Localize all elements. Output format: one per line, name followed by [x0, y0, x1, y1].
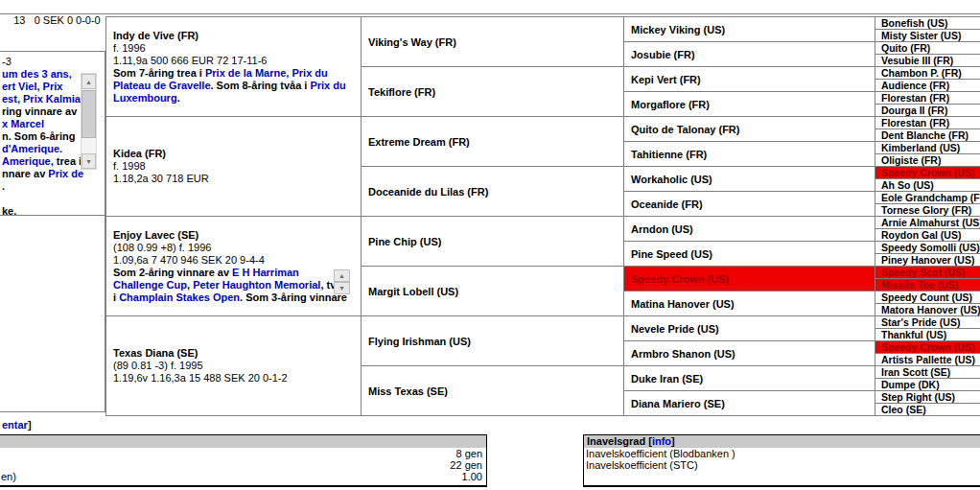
pedigree-cell-gen5-1: Misty Sister (US) — [875, 29, 980, 41]
scrollbar-thumb[interactable] — [82, 90, 96, 138]
comment-line: . — [2, 180, 5, 193]
add-comment-link[interactable]: entar] — [2, 419, 32, 431]
inbreeding-row-blodbanken: Inavelskoefficient (Blodbanken ) — [584, 448, 980, 459]
race-link[interactable]: Prix de la Marne, Prix du — [205, 67, 328, 79]
race-link[interactable]: est, Prix Kalmia, — [2, 93, 83, 105]
horse-name: Chambon P. (FR) — [881, 67, 962, 79]
inbreeding-label: Inavelskoefficient (Blodbanken ) — [586, 448, 735, 459]
scrollbar-down-button[interactable]: ▼ — [82, 153, 96, 169]
horse-name: Speedy Crown (US) — [881, 167, 974, 178]
horse-name: Oceanide (FR) — [631, 198, 703, 210]
pedigree-cell-gen5-7: Dourga II (FR) — [875, 104, 980, 116]
race-link[interactable]: Peter Haughton Memorial — [193, 279, 320, 291]
horse-name: Mickey Viking (US) — [631, 24, 725, 35]
pedigree-cell-gen4-8: Arndon (US) — [623, 216, 875, 241]
comment-text: n. Som 6-åring — [2, 130, 75, 142]
pedigree-cell-gen5-9: Dent Blanche (FR) — [875, 128, 980, 141]
comment-line: x Marcel — [2, 118, 44, 130]
horse-name: Star's Pride (US) — [881, 316, 960, 328]
info-link[interactable]: info — [652, 435, 671, 447]
summary-row: 22 gen — [0, 459, 486, 471]
pedigree-cell-gen5-23: Matora Hanover (US) — [875, 303, 980, 315]
comment-text: nnare av — [2, 168, 48, 179]
horse-name: Matina Hanover (US) — [631, 298, 735, 310]
pedigree-cell-gen4-1: Josubie (FR) — [623, 41, 875, 66]
horse-name: Speedy Somolli (US) — [881, 242, 980, 253]
add-comment-bracket: ] — [28, 419, 32, 431]
race-link[interactable]: Luxembourg — [113, 92, 177, 104]
pedigree-cell-gen5-31: Cleo (SE) — [875, 403, 980, 415]
inbreeding-box: Inavelsgrad [info] Inavelskoefficient (B… — [583, 434, 980, 487]
cell-scroll-up-button[interactable]: ▲ — [334, 269, 350, 282]
horse-name: Flying Irishman (US) — [368, 336, 471, 347]
pedigree-cell-gen2-1: Kidea (FR)f. 19981.18,2a 30 718 EUR — [105, 116, 361, 216]
comment-text: trea i — [54, 155, 82, 167]
pedigree-cell-gen5-3: Vesubie III (FR) — [875, 54, 980, 66]
race-link[interactable]: d'Amerique. — [2, 143, 62, 154]
horse-name: Margit Lobell (US) — [368, 286, 458, 297]
pedigree-cell-gen5-18: Speedy Somolli (US) — [875, 241, 980, 253]
horse-name: Iran Scott (SE) — [881, 366, 950, 378]
summary-row: 8 gen — [0, 448, 486, 459]
horse-name: Arnie Almahurst (US) — [881, 217, 980, 228]
horse-name: Tekiflore (FR) — [368, 86, 435, 98]
race-link[interactable]: ert Viel, Prix — [2, 81, 62, 92]
pedigree-cell-gen3-0: Viking's Way (FR) — [361, 16, 623, 66]
race-link[interactable]: Plateau de Gravelle — [113, 80, 211, 91]
horse-name: Missile Toe (US) — [881, 279, 958, 291]
pedigree-cell-gen5-27: Artists Pallette (US) — [875, 353, 980, 365]
pedigree-cell-gen5-26: Speedy Crown (US) — [875, 340, 980, 353]
pedigree-cell-gen4-5: Tahitienne (FR) — [623, 141, 875, 166]
pedigree-cell-gen4-0: Mickey Viking (US) — [623, 16, 875, 41]
generation-summary-box: 8 gen22 genen)1.00 — [0, 434, 487, 487]
horse-record-line: 1.11,9a 500 666 EUR 72 17-11-6 — [113, 55, 267, 67]
pedigree-cell-gen2-2: Enjoy Lavec (SE)(108 0.99 +8) f. 19961.0… — [105, 216, 361, 315]
horse-record-line: 1.09,6a 7 470 946 SEK 20 9-4-4 — [113, 254, 265, 267]
pedigree-cell-gen3-5: Margit Lobell (US) — [361, 266, 623, 315]
horse-name: Diana Mariero (SE) — [631, 398, 725, 409]
pedigree-cell-gen4-4: Quito de Talonay (FR) — [623, 116, 875, 141]
pedigree-cell-gen2-0: Indy de Vive (FR)f. 19961.11,9a 500 666 … — [105, 16, 361, 116]
horse-description-line: Plateau de Gravelle. Som 8-åring tvåa i … — [113, 80, 346, 92]
horse-name: Florestan (FR) — [881, 92, 949, 104]
race-link[interactable]: um des 3 ans, — [2, 68, 72, 80]
pedigree-cell-gen5-12: Speedy Crown (US) — [875, 166, 980, 178]
pedigree-cell-gen5-22: Speedy Count (US) — [875, 291, 980, 303]
race-link[interactable]: Amerique, — [2, 155, 54, 167]
pedigree-cell-gen3-2: Extreme Dream (FR) — [361, 116, 623, 166]
horse-name: Indy de Vive (FR) — [113, 30, 198, 42]
pedigree-cell-gen3-3: Doceanide du Lilas (FR) — [361, 166, 623, 216]
comment-text: -3 — [2, 56, 12, 67]
comment-scrollbar[interactable]: ▲ ▼ — [81, 73, 97, 170]
description-text: Som 7-åring trea i — [113, 67, 205, 79]
summary-row: en)1.00 — [0, 471, 486, 482]
cell-scroll-down-button[interactable]: ▼ — [334, 282, 350, 294]
scrollbar-up-button[interactable]: ▲ — [82, 74, 96, 89]
horse-description-line: i Champlain Stakes Open. Som 3-åring vin… — [113, 292, 347, 304]
race-link[interactable]: Challenge Cup — [113, 279, 187, 291]
pedigree-cell-gen5-0: Bonefish (US) — [875, 16, 980, 29]
race-link[interactable]: Prix de — [48, 168, 83, 179]
pedigree-cell-gen4-13: Armbro Shanon (US) — [623, 340, 875, 365]
summary-value: 22 gen — [450, 459, 482, 471]
race-link[interactable]: x Marcel — [2, 118, 44, 129]
pedigree-cell-gen5-11: Oligiste (FR) — [875, 153, 980, 166]
comment-line: ring vinnare av — [2, 105, 77, 118]
pedigree-cell-gen4-12: Nevele Pride (US) — [623, 315, 875, 340]
race-link[interactable]: Champlain Stakes Open — [119, 292, 240, 303]
horse-name: Dourga II (FR) — [881, 105, 947, 116]
horse-name: Quito (FR) — [881, 42, 930, 54]
race-link[interactable]: Prix du — [310, 80, 345, 91]
pedigree-cell-gen2-3: Texas Diana (SE)(89 0.81 -3) f. 19951.19… — [105, 315, 361, 415]
horse-name: Quito de Talonay (FR) — [631, 124, 739, 135]
pedigree-cell-gen4-10: Speedy Crown (US) — [623, 266, 875, 291]
horse-name: Pine Chip (US) — [368, 236, 441, 247]
horse-name: Workaholic (US) — [631, 174, 712, 185]
comment-line: d'Amerique. — [2, 143, 62, 155]
add-comment-link-text[interactable]: entar — [2, 419, 28, 431]
pedigree-cell-gen3-6: Flying Irishman (US) — [361, 315, 623, 365]
horse-name: Texas Diana (SE) — [113, 347, 198, 360]
race-link[interactable]: E H Harriman — [232, 267, 299, 278]
info-bracket-close: ] — [671, 435, 675, 447]
pedigree-cell-gen5-8: Florestan (FR) — [875, 116, 980, 128]
